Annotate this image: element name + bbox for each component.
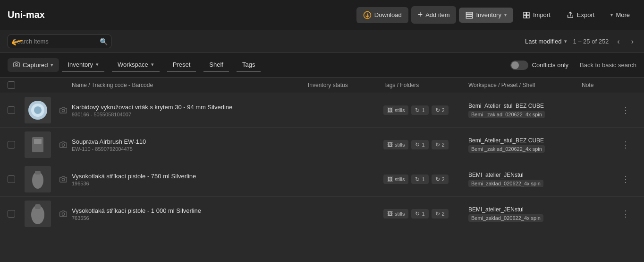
row2-workspace-cell: Bemi_Atelier_stul_BEZ CUBE Bemi _zaklad_… (468, 137, 582, 153)
search-input[interactable] (8, 35, 111, 48)
row4-workspace-main: BEMI_atelier_JENstul (468, 206, 582, 213)
stills-icon2: 🖼 (387, 141, 393, 148)
row4-workspace-cell: BEMI_atelier_JENstul Bemi_zaklad_020622_… (468, 206, 582, 222)
row3-badge-2: ↻ 2 (432, 175, 449, 184)
captured-filter[interactable]: Captured ▾ (8, 58, 59, 72)
conflicts-toggle[interactable] (510, 61, 528, 70)
row3-badge1-label: 1 (422, 176, 424, 182)
row3-name-cell: Vysokotlaká stříkací pistole - 750 ml Si… (72, 173, 308, 186)
row1-item-code: 930166 - 5055058104007 (72, 112, 308, 117)
row1-badge-stills: 🖼 stills (383, 105, 408, 115)
rotate2-icon4: ↻ (435, 210, 440, 217)
row4-actions: ⋮ (619, 207, 636, 221)
row2-actions: ⋮ (619, 138, 636, 152)
table-row: Vysokotlaká stříkací pistole - 1 000 ml … (0, 197, 644, 231)
row2-checkbox[interactable] (8, 141, 15, 148)
more-chevron-icon: ▾ (610, 12, 613, 17)
rotate1-icon2: ↻ (415, 141, 420, 148)
row1-checkbox[interactable] (8, 106, 15, 114)
row2-workspace-sub: Bemi _zaklad_020622_4x spin (468, 145, 545, 153)
inventory-icon (466, 11, 473, 19)
header-status-col: Inventory status (308, 82, 383, 88)
row2-more-button[interactable]: ⋮ (619, 138, 632, 152)
rotate1-icon: ↻ (415, 107, 420, 114)
row3-camera (55, 175, 72, 183)
row3-stills-label: stills (395, 176, 405, 182)
row4-workspace-sub: Bemi_zaklad_020622_4x spin (468, 214, 543, 222)
svg-point-8 (16, 63, 18, 66)
sort-label: Last modified (525, 38, 561, 45)
search-bar: 🔍 Last modified ▾ 1 – 25 of 252 ‹ › (0, 30, 644, 53)
tags-filter[interactable]: Tags (237, 58, 261, 72)
row1-more-button[interactable]: ⋮ (619, 103, 632, 117)
row2-stills-label: stills (395, 142, 405, 148)
rotate1-icon3: ↻ (415, 176, 420, 183)
svg-rect-4 (524, 12, 526, 15)
row2-check (8, 141, 25, 148)
inventory-label: Inventory (476, 11, 501, 18)
conflicts-label: Conflicts only (532, 61, 568, 69)
sort-button[interactable]: Last modified ▾ (525, 38, 567, 45)
workspace-filter[interactable]: Workspace ▾ (112, 58, 160, 72)
row3-more-button[interactable]: ⋮ (619, 172, 632, 186)
inventory-filter-chevron-icon: ▾ (96, 61, 99, 68)
row4-name-cell: Vysokotlaká stříkací pistole - 1 000 ml … (72, 207, 308, 221)
row2-badge-2: ↻ 2 (432, 140, 449, 149)
preset-filter-label: Preset (173, 61, 191, 68)
stills-icon4: 🖼 (387, 210, 393, 217)
row1-workspace-cell: Bemi_Atelier_stul_BEZ CUBE Bemi _zaklad_… (468, 103, 582, 118)
row2-item-code: EW-110 - 8590792004475 (72, 146, 308, 152)
row3-workspace-cell: BEMI_atelier_JENstul Bemi_zaklad_020622_… (468, 172, 582, 187)
row2-item-name: Souprava Airbrush EW-110 (72, 138, 308, 145)
row4-more-button[interactable]: ⋮ (619, 207, 632, 221)
stills-icon: 🖼 (387, 107, 393, 114)
table: Name / Tracking code - Barcode Inventory… (0, 78, 644, 231)
row2-tags: 🖼 stills ↻ 1 ↻ 2 (383, 140, 468, 149)
row4-thumb (25, 201, 55, 227)
prev-page-button[interactable]: ‹ (614, 36, 622, 47)
shelf-filter-label: Shelf (209, 61, 223, 68)
row4-badge2-label: 2 (442, 211, 445, 217)
row1-badge-2: ↻ 2 (432, 105, 449, 115)
table-row: Souprava Airbrush EW-110 EW-110 - 859079… (0, 128, 644, 162)
row3-tags: 🖼 stills ↻ 1 ↻ 2 (383, 175, 468, 184)
row2-workspace: Bemi_Atelier_stul_BEZ CUBE Bemi _zaklad_… (468, 137, 582, 153)
row3-thumbnail (25, 166, 51, 192)
row3-workspace-sub: Bemi_zaklad_020622_4x spin (468, 180, 543, 187)
row1-badge-1: ↻ 1 (411, 105, 428, 115)
shelf-filter[interactable]: Shelf (203, 58, 229, 72)
preset-filter[interactable]: Preset (167, 58, 196, 72)
row4-item-code: 763556 (72, 215, 308, 221)
pagination-info: 1 – 25 of 252 (573, 38, 609, 45)
import-button[interactable]: Import (516, 8, 557, 23)
row3-badges: 🖼 stills ↻ 1 ↻ 2 (383, 175, 468, 184)
add-item-button[interactable]: + Add item (411, 6, 457, 24)
svg-point-17 (62, 144, 64, 146)
svg-rect-6 (524, 15, 526, 17)
select-all-checkbox[interactable] (8, 81, 15, 89)
row2-thumb (25, 131, 55, 158)
row1-badges: 🖼 stills ↻ 1 ↻ 2 (383, 105, 468, 115)
inventory-filter-label: Inventory (68, 61, 93, 68)
row2-workspace-main: Bemi_Atelier_stul_BEZ CUBE (468, 137, 582, 144)
inventory-button[interactable]: Inventory ▾ (459, 8, 513, 23)
row3-checkbox[interactable] (8, 175, 15, 183)
rotate2-icon3: ↻ (435, 176, 440, 183)
inventory-filter[interactable]: Inventory ▾ (62, 58, 104, 72)
row4-camera (55, 210, 72, 218)
more-button[interactable]: ▾ More (604, 8, 636, 22)
next-page-button[interactable]: › (628, 36, 636, 47)
row4-checkbox[interactable] (8, 210, 15, 218)
row1-workspace: Bemi_Atelier_stul_BEZ CUBE Bemi _zaklad_… (468, 103, 582, 118)
export-button[interactable]: Export (560, 8, 602, 23)
back-basic-search-button[interactable]: Back to basic search (580, 61, 636, 69)
row1-actions: ⋮ (619, 103, 636, 117)
row2-badge-1: ↻ 1 (411, 140, 428, 149)
row4-tags: 🖼 stills ↻ 1 ↻ 2 (383, 209, 468, 218)
row3-item-code: 196536 (72, 181, 308, 186)
table-row: Karbidový vykružovací vrták s krytem 30 … (0, 93, 644, 128)
svg-point-13 (62, 109, 64, 112)
stills-icon3: 🖼 (387, 176, 393, 183)
header-workspace-col: Workspace / Preset / Shelf (468, 82, 582, 88)
download-button[interactable]: Download (356, 7, 408, 23)
